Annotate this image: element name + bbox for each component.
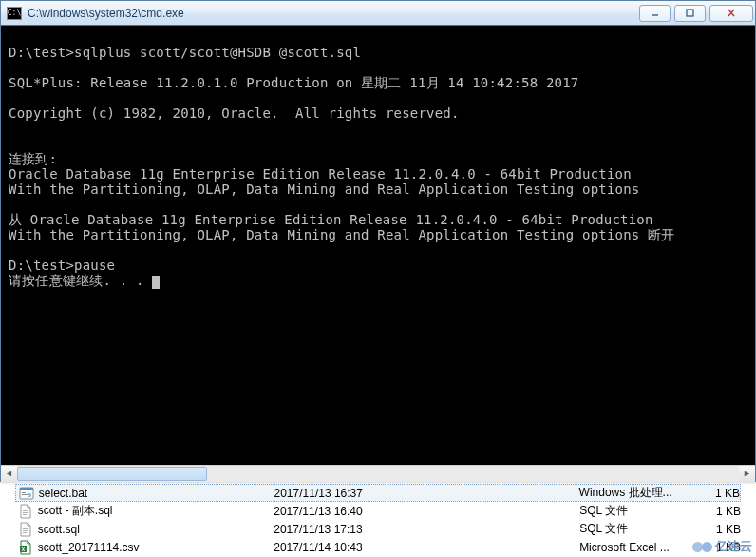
file-type: SQL 文件 — [579, 521, 708, 537]
file-type: Windows 批处理... — [579, 485, 708, 501]
file-size: 1 KB — [708, 541, 741, 554]
maximize-button[interactable] — [674, 5, 706, 22]
file-date: 2017/11/13 16:40 — [274, 505, 579, 518]
svg-rect-9 — [23, 514, 27, 515]
cursor — [152, 276, 160, 289]
titlebar[interactable]: C:\ C:\windows\system32\cmd.exe — [1, 1, 755, 26]
svg-rect-4 — [22, 492, 26, 493]
file-row[interactable]: scott - 副本.sql 2017/11/13 16:40 SQL 文件 1… — [15, 502, 741, 520]
window-title: C:\windows\system32\cmd.exe — [28, 7, 635, 20]
file-date: 2017/11/14 10:43 — [274, 541, 579, 554]
scroll-track[interactable] — [17, 466, 739, 482]
svg-rect-3 — [20, 488, 33, 490]
minimize-button[interactable] — [639, 5, 671, 22]
file-date: 2017/11/13 17:13 — [274, 523, 579, 536]
svg-rect-10 — [23, 528, 28, 529]
horizontal-scrollbar[interactable]: ◄ ► — [1, 465, 755, 481]
file-icon-bat — [16, 486, 37, 501]
scroll-left-arrow[interactable]: ◄ — [1, 466, 17, 482]
console-output[interactable]: D:\test>sqlplus scott/scott@HSDB @scott.… — [1, 26, 755, 465]
file-name: select.bat — [37, 487, 274, 500]
file-size: 1 KB — [708, 523, 741, 536]
file-list: select.bat 2017/11/13 16:37 Windows 批处理.… — [15, 484, 741, 556]
file-type: Microsoft Excel ... — [579, 541, 708, 554]
file-name: scott.sql — [36, 523, 274, 536]
file-icon-sql — [15, 504, 36, 519]
file-row[interactable]: X scott_20171114.csv 2017/11/14 10:43 Mi… — [15, 538, 741, 556]
file-icon-sql — [15, 522, 36, 537]
file-row[interactable]: scott.sql 2017/11/13 17:13 SQL 文件 1 KB — [15, 520, 741, 538]
file-size: 1 KB — [708, 505, 741, 518]
cmd-icon: C:\ — [7, 7, 22, 20]
file-date: 2017/11/13 16:37 — [274, 487, 579, 500]
svg-rect-8 — [23, 512, 28, 513]
svg-rect-12 — [23, 532, 27, 533]
cmd-window: C:\ C:\windows\system32\cmd.exe D:\test>… — [0, 0, 756, 482]
file-name: scott - 副本.sql — [36, 503, 274, 519]
scroll-right-arrow[interactable]: ► — [739, 466, 755, 482]
svg-rect-7 — [23, 510, 28, 511]
file-row[interactable]: select.bat 2017/11/13 16:37 Windows 批处理.… — [15, 484, 741, 502]
close-button[interactable] — [709, 5, 753, 22]
file-icon-csv: X — [15, 540, 36, 555]
svg-rect-5 — [22, 494, 28, 495]
scroll-thumb[interactable] — [17, 467, 207, 481]
svg-rect-1 — [687, 10, 693, 16]
file-name: scott_20171114.csv — [36, 541, 274, 554]
svg-rect-11 — [23, 530, 28, 531]
file-type: SQL 文件 — [579, 503, 708, 519]
file-size: 1 KB — [707, 487, 740, 500]
